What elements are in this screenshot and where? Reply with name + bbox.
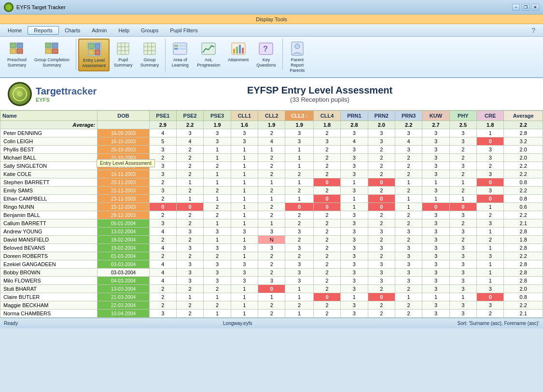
student-name: Andrew YOUNG	[0, 228, 97, 236]
cell-phy: 3	[449, 162, 476, 170]
menu-admin[interactable]: Admin	[86, 27, 112, 34]
cell-cll4: 3	[313, 137, 340, 146]
cell-average: 2.8	[504, 277, 543, 285]
menu-help[interactable]: Help	[112, 27, 135, 34]
student-name: Sally SINGLETON	[0, 162, 97, 170]
table-row: Milo FLOWERS04-03-200443333323333312.8	[0, 277, 543, 285]
cell-pse2: 2	[177, 170, 204, 178]
cell-prn2: 2	[368, 252, 395, 260]
cell-prn2: 3	[368, 137, 395, 146]
cell-prn3: 2	[395, 219, 422, 228]
cell-pse1: 4	[149, 244, 176, 252]
table-row: Stephen BARRETT20-11-200321111101011100.…	[0, 178, 543, 187]
cell-average: 2.2	[504, 211, 543, 219]
cell-phy: 3	[449, 244, 476, 252]
student-name: Norma CHAMBERS	[0, 310, 97, 318]
ribbon-group-summary[interactable]: GroupSummary	[137, 39, 163, 71]
cell-cll4: 2	[313, 285, 340, 293]
cell-pse1: 3	[149, 187, 176, 195]
col-header-name: Name	[0, 111, 97, 121]
cell-cll3: 2	[285, 236, 313, 244]
cell-prn1: 3	[341, 252, 368, 260]
cell-pse3: 2	[204, 252, 231, 260]
table-row: Ezekiel GANGADEEN03-03-20044333232333331…	[0, 260, 543, 269]
cell-prn2: 0	[368, 178, 395, 187]
ribbon-pupil-summary[interactable]: PupilSummary	[111, 39, 136, 71]
avg-pse2: 2.2	[177, 121, 204, 129]
cell-pse3: 1	[204, 293, 231, 301]
svg-rect-3	[17, 49, 23, 54]
cell-prn3: 3	[395, 277, 422, 285]
attainment-label: Attainment	[228, 57, 249, 63]
menu-pupil-filters[interactable]: Pupil Filters	[164, 27, 203, 34]
avg-phy: 2.5	[449, 121, 476, 129]
report-subtitle: (33 Reception pupils)	[104, 96, 535, 103]
svg-point-37	[295, 44, 300, 49]
cell-phy: 3	[449, 137, 476, 146]
cell-cre: 1	[477, 269, 504, 277]
cell-prn3: 2	[395, 187, 422, 195]
cell-phy: 3	[449, 211, 476, 219]
cell-pse2: 1	[177, 195, 204, 203]
menu-groups[interactable]: Groups	[135, 27, 164, 34]
cell-prn2: 3	[368, 260, 395, 269]
ribbon-parent-report[interactable]: ParentReportParents	[285, 39, 310, 75]
cell-cll4: 2	[313, 129, 340, 137]
minimize-button[interactable]: −	[512, 4, 520, 11]
student-dob: 28-12-2003	[97, 211, 149, 219]
student-dob: 25-10-2003	[97, 146, 149, 154]
restore-button[interactable]: ❐	[522, 4, 529, 11]
data-table-wrapper[interactable]: Name DOB PSE1 PSE2 PSE3 CLL1 CLL2 CLL3 ↕…	[0, 110, 543, 318]
cell-prn2: 3	[368, 269, 395, 277]
svg-rect-6	[45, 49, 51, 54]
svg-rect-5	[52, 43, 58, 48]
student-name: Stuti BHARAT	[0, 285, 97, 293]
cell-cll1: 1	[231, 219, 258, 228]
preschool-label: PreschoolSummary	[7, 57, 27, 68]
menu-charts[interactable]: Charts	[59, 27, 86, 34]
cell-cll1: 1	[231, 154, 258, 162]
cell-pse3: 3	[204, 129, 231, 137]
cell-pse3: 2	[204, 285, 231, 293]
menu-reports[interactable]: Reports	[28, 26, 59, 35]
cell-phy: 2	[449, 170, 476, 178]
cell-prn2: 2	[368, 219, 395, 228]
cell-prn1: 3	[341, 154, 368, 162]
cell-cll3: 3	[285, 260, 313, 269]
ribbon-attainment[interactable]: Attainment	[224, 39, 252, 70]
close-button[interactable]: ✕	[531, 4, 539, 11]
cell-prn1: 3	[341, 211, 368, 219]
ribbon-area-learning[interactable]: Area ofLearning	[167, 39, 193, 70]
svg-rect-1	[17, 43, 23, 48]
cell-prn3: 3	[395, 252, 422, 260]
cell-cll2: 1	[258, 219, 285, 228]
cell-average: 2.2	[504, 187, 543, 195]
cell-pse2: 2	[177, 236, 204, 244]
cell-prn1: 3	[341, 310, 368, 318]
cell-pse3: 1	[204, 219, 231, 228]
ribbon-entry-level[interactable]: Entry LevelAssessment	[78, 39, 110, 71]
ribbon-aol-progression[interactable]: AoLProgression	[194, 39, 223, 70]
cell-cll3: 1	[285, 178, 313, 187]
cell-prn2: 3	[368, 228, 395, 236]
cell-pse2: 3	[177, 260, 204, 269]
cell-cll1: 1	[231, 310, 258, 318]
avg-cre: 1.8	[477, 121, 504, 129]
cell-cll2: 3	[258, 244, 285, 252]
ribbon-key-questions[interactable]: ? KeyQuestions	[253, 39, 279, 70]
cell-pse2: 2	[177, 285, 204, 293]
cell-cll2: 1	[258, 293, 285, 301]
cell-cre: 3	[477, 252, 504, 260]
svg-rect-31	[236, 47, 238, 54]
student-dob: 13-03-2004	[97, 285, 149, 293]
svg-rect-13	[117, 43, 129, 54]
cell-prn1: 1	[341, 293, 368, 301]
cell-prn3: 3	[395, 269, 422, 277]
menu-help-icon[interactable]: ?	[526, 26, 541, 35]
cell-cll1: 1	[231, 178, 258, 187]
menu-home[interactable]: Home	[2, 27, 28, 34]
ribbon-preschool-summary[interactable]: PreschoolSummary	[4, 39, 30, 70]
cell-prn3: 1	[395, 293, 422, 301]
ribbon-group-completion[interactable]: Group CompletionSummary	[31, 39, 73, 70]
cell-cll1: 1	[231, 301, 258, 310]
